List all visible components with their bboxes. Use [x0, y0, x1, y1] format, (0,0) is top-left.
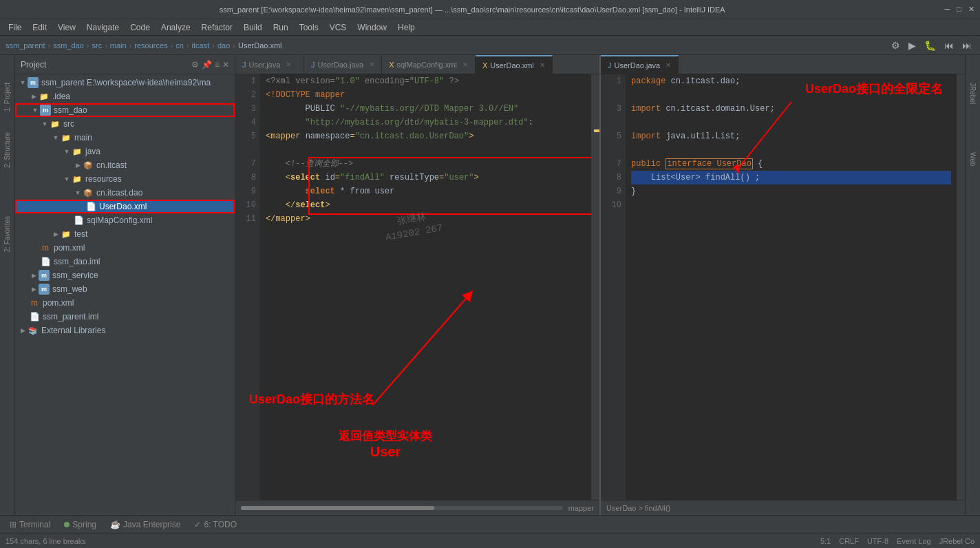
expand-arrow: ▼	[73, 189, 83, 196]
tree-item-ssm_parent[interactable]: ▼ m ssm_parent E:\workspace\w-idea\heima…	[15, 76, 235, 89]
menu-item-file[interactable]: File	[3, 21, 27, 34]
xml-line-6	[266, 143, 586, 157]
tree-item-test[interactable]: ▶ 📁 test	[15, 227, 235, 241]
tree-item-cn-itcast[interactable]: ▶ 📦 cn.itcast	[15, 158, 235, 172]
close-button[interactable]: ✕	[968, 5, 974, 14]
bottom-tab-java-enterprise[interactable]: ☕ Java Enterprise	[103, 518, 187, 531]
xml-line-8: <select id="findAll" resultType="user">	[266, 171, 586, 185]
panel-icon-gear[interactable]: ≡	[215, 60, 220, 70]
tree-item-idea[interactable]: ▶ 📁 .idea	[15, 89, 235, 103]
panel-icon-settings[interactable]: ⚙	[191, 60, 199, 70]
java-line-3: import cn.itcast.domain.User;	[631, 102, 951, 116]
bottom-tab-spring[interactable]: Spring	[57, 518, 103, 531]
resources-icon: 📁	[72, 173, 83, 185]
tree-item-resources[interactable]: ▼ 📁 resources	[15, 172, 235, 186]
tab-User-java[interactable]: J User.java ✕	[235, 55, 304, 74]
panel-icon-pin[interactable]: 📌	[202, 60, 212, 70]
minimize-button[interactable]: ─	[945, 5, 950, 14]
tab-sqlMapConfig[interactable]: X sqlMapConfig.xml ✕	[382, 55, 476, 74]
breadcrumb-ssm_parent[interactable]: ssm_parent	[6, 41, 45, 50]
project-tree: ▼ m ssm_parent E:\workspace\w-idea\heima…	[15, 74, 235, 515]
tree-label: src	[63, 119, 74, 129]
right-tab-web[interactable]: Web	[969, 152, 977, 166]
breadcrumb-dao[interactable]: dao	[217, 41, 230, 50]
run-button[interactable]: ▶	[906, 39, 919, 52]
breadcrumb-ssm_dao[interactable]: ssm_dao	[53, 41, 84, 50]
tab-close-icon[interactable]: ✕	[462, 61, 468, 68]
title-controls[interactable]: ─ □ ✕	[945, 5, 974, 14]
java-code-content[interactable]: package cn.itcast.dao; import cn.itcast.…	[626, 74, 957, 500]
terminal-icon: ⊞	[10, 520, 17, 529]
breadcrumb-main[interactable]: main	[110, 41, 127, 50]
toolbar-btn-1[interactable]: ⚙	[888, 39, 903, 52]
menu-item-navigate[interactable]: Navigate	[81, 21, 125, 34]
tab-UserDao-java[interactable]: J UserDao.java ✕	[304, 55, 382, 74]
right-tab-jrebel[interactable]: JRebel	[969, 83, 977, 104]
menu-item-window[interactable]: Window	[352, 21, 392, 34]
tree-item-ssm_dao-iml[interactable]: 📄 ssm_dao.iml	[15, 255, 235, 268]
tree-item-external-libs[interactable]: ▶ 📚 External Libraries	[15, 324, 235, 337]
menu-item-run[interactable]: Run	[268, 21, 294, 34]
tree-item-ssm_service[interactable]: ▶ m ssm_service	[15, 268, 235, 282]
menu-item-code[interactable]: Code	[125, 21, 156, 34]
tree-item-src[interactable]: ▼ 📁 src	[15, 117, 235, 131]
terminal-label: Terminal	[19, 520, 50, 529]
tab-UserDao-xml[interactable]: X UserDao.xml ✕	[476, 55, 553, 74]
tab-close-icon[interactable]: ✕	[540, 61, 545, 69]
tab-label: UserDao.xml	[490, 61, 534, 70]
menu-item-refactor[interactable]: Refactor	[196, 21, 238, 34]
module-icon: m	[39, 270, 50, 281]
menu-item-analyze[interactable]: Analyze	[156, 21, 196, 34]
step-button[interactable]: ⏭	[959, 39, 974, 52]
tree-item-sqlMapConfig[interactable]: 📄 sqlMapConfig.xml	[15, 213, 235, 227]
tree-item-ssm_dao[interactable]: ▼ m ssm_dao	[15, 103, 235, 117]
rewind-button[interactable]: ⏮	[941, 39, 957, 52]
tree-item-ssm_web[interactable]: ▶ m ssm_web	[15, 282, 235, 296]
panel-icon-close[interactable]: ✕	[222, 60, 229, 70]
java-editor[interactable]: 1 3 5 7 8 9 10 package cn.itcast.dao;	[601, 74, 965, 515]
tree-item-UserDao-xml[interactable]: 📄 UserDao.xml	[15, 200, 235, 213]
breadcrumb-bar: ssm_parent › ssm_dao › src › main › reso…	[0, 36, 980, 55]
tab-close-icon[interactable]: ✕	[286, 61, 291, 68]
tree-item-java[interactable]: ▼ 📁 java	[15, 145, 235, 158]
menu-item-vcs[interactable]: VCS	[324, 21, 352, 34]
xml-line-3: PUBLIC "-//mybatis.org//DTD Mapper 3.0//…	[266, 102, 586, 116]
maximize-button[interactable]: □	[957, 5, 961, 14]
menu-item-build[interactable]: Build	[238, 21, 268, 34]
tree-item-ssm_parent-iml[interactable]: 📄 ssm_parent.iml	[15, 310, 235, 324]
tree-item-pom-dao[interactable]: m pom.xml	[15, 241, 235, 255]
java-enterprise-icon: ☕	[110, 520, 120, 529]
favorites-tab[interactable]: 2: Favorites	[3, 216, 11, 252]
expand-arrow: ▶	[73, 162, 83, 169]
status-right: 5:1 CRLF UTF-8 Event Log JRebel Co	[820, 537, 974, 545]
breadcrumb-src[interactable]: src	[92, 41, 102, 50]
libs-icon: 📚	[28, 325, 39, 336]
menu-item-view[interactable]: View	[52, 21, 81, 34]
menu-item-help[interactable]: Help	[392, 21, 420, 34]
project-tab[interactable]: 1: Project	[3, 83, 11, 112]
jrebel-status[interactable]: JRebel Co	[939, 537, 974, 545]
menu-item-tools[interactable]: Tools	[294, 21, 324, 34]
tab-right-UserDao-java[interactable]: J UserDao.java ✕	[601, 55, 679, 74]
tree-item-main[interactable]: ▼ 📁 main	[15, 131, 235, 145]
event-log-button[interactable]: Event Log	[897, 537, 931, 545]
expand-arrow: ▼	[30, 107, 40, 114]
tree-item-pom-parent[interactable]: m pom.xml	[15, 296, 235, 310]
tree-label: java	[85, 147, 100, 156]
breadcrumb-cn[interactable]: cn	[175, 41, 184, 50]
xml-code-content[interactable]: <?xml version="1.0" encoding="UTF-8" ?> …	[260, 74, 591, 500]
xml-line-2: <!DOCTYPE mapper	[266, 88, 586, 102]
menu-item-edit[interactable]: Edit	[27, 21, 52, 34]
tab-icon: J	[242, 61, 246, 69]
breadcrumb-resources[interactable]: resources	[134, 41, 167, 50]
bottom-tab-terminal[interactable]: ⊞ Terminal	[3, 518, 57, 531]
debug-button[interactable]: 🐛	[922, 39, 939, 52]
java-line-1: package cn.itcast.dao;	[631, 74, 951, 88]
breadcrumb-itcast[interactable]: itcast	[192, 41, 210, 50]
structure-tab[interactable]: 2: Structure	[3, 132, 11, 168]
xml-editor[interactable]: 1 2 3 4 5 7 8 9 10 11 <?xml versi	[235, 74, 601, 515]
tab-close-icon[interactable]: ✕	[369, 61, 374, 68]
tab-close-icon[interactable]: ✕	[665, 61, 671, 69]
bottom-tab-todo[interactable]: ✓ 6: TODO	[187, 518, 244, 531]
tree-item-cn-itcast-dao[interactable]: ▼ 📦 cn.itcast.dao	[15, 186, 235, 200]
